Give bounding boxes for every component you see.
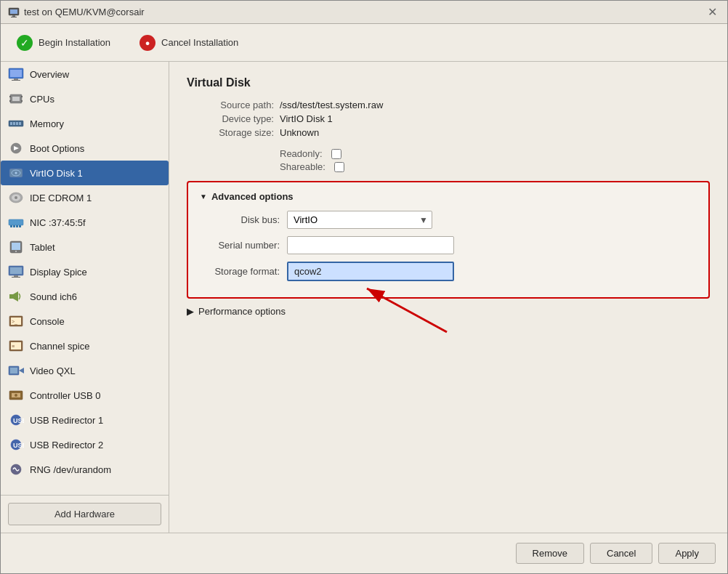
- sidebar-item-virtio-disk-1[interactable]: VirtIO Disk 1: [1, 161, 169, 185]
- begin-installation-button[interactable]: ✓ Begin Installation: [11, 32, 116, 54]
- sidebar-item-controller-usb0[interactable]: Controller USB 0: [1, 383, 169, 408]
- sidebar-item-video-qxl[interactable]: Video QXL: [1, 358, 169, 383]
- svg-rect-12: [21, 96, 23, 97]
- svg-rect-28: [10, 225, 12, 227]
- serial-number-input[interactable]: [287, 236, 454, 254]
- cancel-installation-button[interactable]: ● Cancel Installation: [134, 32, 244, 54]
- sidebar-item-display-spice-label: Display Spice: [30, 267, 87, 278]
- sidebar-item-sound-ich6[interactable]: Sound ich6: [1, 284, 169, 309]
- svg-text:USB: USB: [13, 417, 24, 424]
- main-area: Overview CPUs Memory Boot: [1, 62, 727, 533]
- svg-rect-38: [12, 277, 20, 278]
- svg-point-26: [15, 196, 17, 199]
- disk-bus-select-wrapper: VirtIO IDE SCSI SATA USB ▼: [287, 211, 432, 229]
- advanced-options-header[interactable]: ▼ Advanced options: [200, 191, 697, 202]
- svg-rect-15: [10, 122, 12, 125]
- nic-icon: [8, 214, 24, 230]
- sidebar-item-nic[interactable]: NIC :37:45:5f: [1, 210, 169, 235]
- svg-point-23: [15, 172, 17, 174]
- add-hardware-button[interactable]: Add Hardware: [8, 503, 161, 525]
- svg-text:>_: >_: [12, 319, 17, 325]
- cancel-icon: ●: [139, 35, 155, 51]
- sidebar-item-memory-label: Memory: [30, 118, 64, 129]
- disk-bus-label: Disk bus:: [200, 214, 280, 225]
- sidebar-item-rng[interactable]: RNG /dev/urandom: [1, 457, 169, 482]
- svg-text:≡: ≡: [12, 344, 15, 349]
- sidebar-item-rng-label: RNG /dev/urandom: [30, 464, 111, 475]
- svg-rect-39: [9, 294, 13, 299]
- performance-options-section: ▶ Performance options: [187, 306, 710, 317]
- sidebar-item-cpus-label: CPUs: [30, 94, 54, 105]
- cpu-icon: [8, 91, 24, 107]
- sidebar-item-memory[interactable]: Memory: [1, 111, 169, 136]
- svg-rect-7: [12, 80, 20, 81]
- toolbar: ✓ Begin Installation ● Cancel Installati…: [1, 24, 727, 62]
- collapse-triangle: ▼: [200, 193, 207, 201]
- svg-point-34: [15, 251, 17, 252]
- storage-size-label: Storage size:: [187, 127, 274, 138]
- svg-rect-16: [13, 122, 15, 125]
- readonly-checkbox[interactable]: [331, 149, 341, 159]
- close-button[interactable]: ✕: [705, 5, 720, 19]
- svg-rect-10: [9, 96, 11, 97]
- window-title: test on QEMU/KVM@corsair: [24, 7, 145, 17]
- svg-rect-13: [21, 100, 23, 102]
- svg-text:USB: USB: [13, 442, 24, 449]
- svg-rect-33: [12, 243, 20, 250]
- cancel-button[interactable]: Cancel: [590, 543, 652, 564]
- console-icon: >_: [8, 313, 24, 329]
- content-area: Virtual Disk Source path: /ssd/test/test…: [169, 62, 727, 533]
- storage-format-row: Storage format:: [200, 262, 697, 281]
- main-window: test on QEMU/KVM@corsair ✕ ✓ Begin Insta…: [0, 0, 728, 574]
- svg-rect-2: [12, 15, 15, 17]
- svg-rect-11: [9, 100, 11, 102]
- sidebar-item-tablet[interactable]: Tablet: [1, 235, 169, 259]
- sidebar-item-usb-redirector-1[interactable]: USB USB Redirector 1: [1, 408, 169, 432]
- device-type-label: Device type:: [187, 113, 274, 124]
- source-path-label: Source path:: [187, 100, 274, 110]
- sidebar-item-channel-spice[interactable]: ≡ Channel spice: [1, 334, 169, 358]
- sidebar-item-usb-redirector-2[interactable]: USB USB Redirector 2: [1, 432, 169, 457]
- svg-rect-3: [11, 17, 17, 17]
- svg-rect-49: [10, 368, 17, 373]
- sidebar-item-usb-redirector-1-label: USB Redirector 1: [30, 415, 103, 426]
- channel-icon: ≡: [8, 338, 24, 354]
- sidebar-item-sound-label: Sound ich6: [30, 291, 77, 302]
- storage-size-value: Unknown: [280, 127, 710, 138]
- readonly-label: Readonly:: [280, 148, 323, 159]
- sidebar-item-controller-usb0-label: Controller USB 0: [30, 390, 101, 401]
- device-type-value: VirtIO Disk 1: [280, 113, 710, 124]
- sidebar-item-console-label: Console: [30, 316, 65, 327]
- svg-rect-6: [14, 78, 18, 80]
- apply-button[interactable]: Apply: [658, 543, 716, 564]
- sidebar-item-boot[interactable]: Boot Options: [1, 136, 169, 161]
- sidebar-item-ide-cdrom[interactable]: IDE CDROM 1: [1, 185, 169, 210]
- sidebar-item-video-qxl-label: Video QXL: [30, 365, 76, 376]
- svg-rect-1: [10, 9, 17, 14]
- sidebar-item-overview[interactable]: Overview: [1, 62, 169, 86]
- remove-button[interactable]: Remove: [516, 543, 584, 564]
- readonly-row: Readonly:: [280, 148, 710, 159]
- disk-bus-select[interactable]: VirtIO IDE SCSI SATA USB: [287, 211, 432, 229]
- svg-rect-30: [16, 225, 18, 227]
- performance-options-header[interactable]: ▶ Performance options: [187, 306, 710, 317]
- sidebar-item-boot-label: Boot Options: [30, 143, 84, 154]
- memory-icon: [8, 116, 24, 132]
- storage-format-input[interactable]: [287, 262, 454, 281]
- svg-rect-37: [14, 275, 18, 277]
- svg-marker-40: [13, 291, 18, 302]
- controller-usb-icon: [8, 387, 24, 403]
- shareable-checkbox[interactable]: [334, 162, 344, 172]
- svg-rect-17: [16, 122, 18, 125]
- sound-icon: [8, 288, 24, 304]
- boot-icon: [8, 140, 24, 156]
- disk-info-grid: Source path: /ssd/test/test.system.raw D…: [187, 100, 710, 138]
- sidebar-item-display-spice[interactable]: Display Spice: [1, 259, 169, 284]
- sidebar-item-cpus[interactable]: CPUs: [1, 86, 169, 111]
- svg-rect-9: [12, 97, 20, 101]
- video-icon: [8, 363, 24, 379]
- shareable-label: Shareable:: [280, 161, 325, 172]
- overview-icon: [8, 66, 24, 82]
- usb-redirector-2-icon: USB: [8, 437, 24, 453]
- sidebar-item-console[interactable]: >_ Console: [1, 309, 169, 334]
